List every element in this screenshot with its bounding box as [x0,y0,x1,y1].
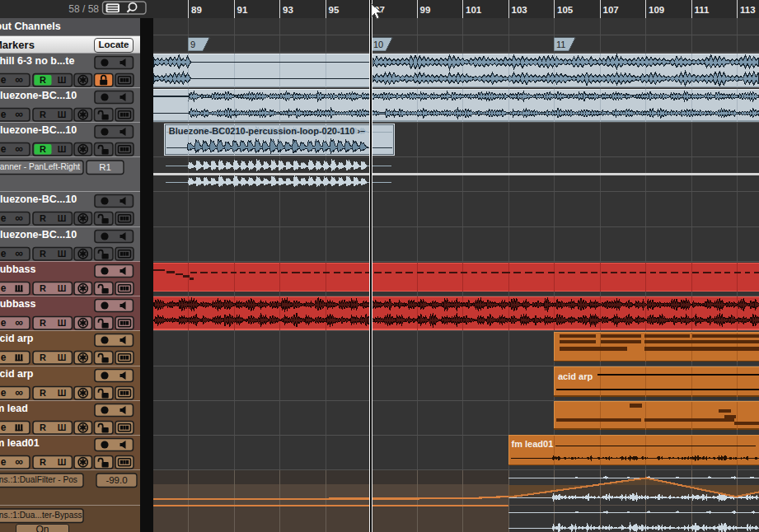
svg-text:Ш: Ш [58,318,67,328]
svg-text:11: 11 [556,40,565,49]
svg-text:e: e [1,143,7,155]
svg-text:99: 99 [420,5,431,15]
svg-text:R: R [40,249,46,259]
svg-text:acid arp: acid arp [558,371,593,381]
svg-text:Ш: Ш [58,75,67,85]
svg-text:∞: ∞ [15,212,23,224]
svg-text:e: e [1,352,7,363]
svg-text:Ш: Ш [58,283,67,293]
svg-text:fm lead01: fm lead01 [512,439,554,449]
svg-text:e: e [1,248,7,259]
svg-text:101: 101 [466,5,482,15]
svg-text:R: R [40,318,46,328]
svg-text:R: R [40,422,46,432]
svg-text:107: 107 [603,5,619,15]
svg-text:∞: ∞ [15,316,23,329]
svg-text:∞: ∞ [15,142,23,155]
svg-text:91: 91 [237,5,248,15]
svg-text:Ш: Ш [58,213,67,223]
svg-text:Ш: Ш [58,422,67,432]
svg-text:105: 105 [557,5,574,15]
svg-text:103: 103 [512,5,527,15]
svg-text:e: e [1,422,7,433]
svg-text:Ш: Ш [58,457,67,467]
svg-text:89: 89 [191,5,202,15]
svg-text:93: 93 [283,5,293,15]
svg-text:e: e [1,109,7,120]
svg-text:95: 95 [329,5,340,15]
svg-text:R: R [40,352,46,362]
svg-text:R: R [40,283,46,293]
svg-text:∞: ∞ [15,108,23,120]
svg-text:Ш: Ш [58,249,67,259]
svg-text:e: e [1,387,7,399]
svg-text:Ш: Ш [58,388,67,398]
svg-text:9: 9 [190,40,195,49]
svg-text:e: e [1,317,7,329]
svg-text:∞: ∞ [15,247,23,259]
svg-text:113: 113 [740,5,756,15]
svg-text:Ш: Ш [58,144,67,154]
svg-text:∞: ∞ [15,386,23,399]
svg-text:109: 109 [649,5,664,15]
svg-text:Ш: Ш [58,110,67,119]
svg-text:R: R [40,75,46,85]
svg-text:∞: ∞ [15,455,23,468]
svg-text:Ш: Ш [58,352,67,362]
svg-text:e: e [1,282,7,294]
svg-text:Bluezone-BC0210-percussion-loo: Bluezone-BC0210-percussion-loop-020-110 … [169,126,365,136]
svg-text:∞: ∞ [15,73,23,86]
svg-text:R: R [40,110,46,119]
svg-text:e: e [1,212,7,224]
svg-text:e: e [1,456,7,468]
svg-text:e: e [1,74,7,86]
svg-text:10: 10 [373,40,383,49]
svg-text:111: 111 [695,5,710,15]
svg-text:R: R [40,213,46,223]
svg-text:R: R [40,457,46,467]
svg-text:R: R [40,144,46,154]
svg-text:R: R [40,388,46,398]
